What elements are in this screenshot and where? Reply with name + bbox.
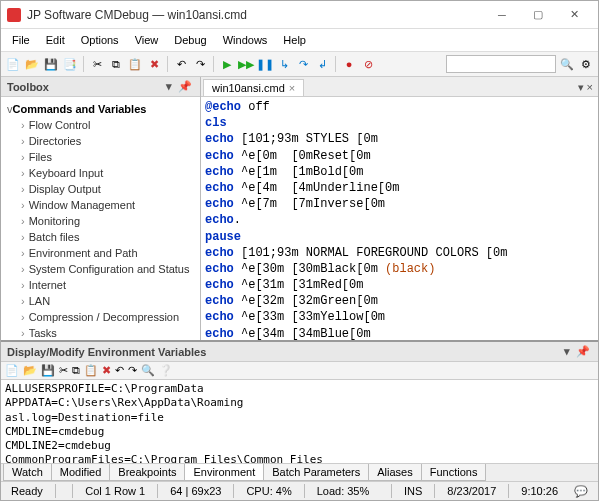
tree-item[interactable]: Tasks xyxy=(3,325,198,340)
panel-dropdown-icon[interactable]: ▾ xyxy=(164,80,174,93)
tree-root[interactable]: Commands and Variables xyxy=(3,101,198,117)
status-cpu: CPU: 4% xyxy=(242,485,295,497)
tree-item[interactable]: Flow Control xyxy=(3,117,198,133)
bottom-tab[interactable]: Modified xyxy=(51,464,111,481)
search-options-icon[interactable]: ⚙ xyxy=(578,56,594,72)
env-copy-icon[interactable]: ⧉ xyxy=(72,364,80,377)
app-icon xyxy=(7,8,21,22)
bottom-tab[interactable]: Watch xyxy=(3,464,52,481)
tab-close-all[interactable]: × xyxy=(587,81,593,94)
tree-item[interactable]: Compression / Decompression xyxy=(3,309,198,325)
panel-pin-icon[interactable]: 📌 xyxy=(176,80,194,93)
step-over-icon[interactable]: ↷ xyxy=(295,56,311,72)
tree-item[interactable]: Internet xyxy=(3,277,198,293)
env-panel: Display/Modify Environment Variables ▾ 📌… xyxy=(1,341,598,481)
bottom-tab[interactable]: Breakpoints xyxy=(109,464,185,481)
env-open-icon[interactable]: 📂 xyxy=(23,364,37,377)
editor-panel: win10ansi.cmd × ▾ × @echo offclsecho [10… xyxy=(201,77,598,340)
toolbox-title: Toolbox ▾ 📌 xyxy=(1,77,200,97)
env-delete-icon[interactable]: ✖ xyxy=(102,364,111,377)
toolbox-title-text: Toolbox xyxy=(7,81,49,93)
menu-file[interactable]: File xyxy=(5,31,37,49)
tab-label: win10ansi.cmd xyxy=(212,82,285,94)
menu-options[interactable]: Options xyxy=(74,31,126,49)
run-to-icon[interactable]: ▶▶ xyxy=(238,56,254,72)
tree-item[interactable]: Environment and Path xyxy=(3,245,198,261)
menu-windows[interactable]: Windows xyxy=(216,31,275,49)
new-file-icon[interactable]: 📄 xyxy=(5,56,21,72)
env-paste-icon[interactable]: 📋 xyxy=(84,364,98,377)
tab-close-icon[interactable]: × xyxy=(289,82,295,94)
separator xyxy=(83,56,84,72)
run-icon[interactable]: ▶ xyxy=(219,56,235,72)
tree-item[interactable]: Directories xyxy=(3,133,198,149)
menu-view[interactable]: View xyxy=(128,31,166,49)
maximize-button[interactable]: ▢ xyxy=(520,3,556,27)
env-redo-icon[interactable]: ↷ xyxy=(128,364,137,377)
breakpoint-icon[interactable]: ● xyxy=(341,56,357,72)
undo-icon[interactable]: ↶ xyxy=(173,56,189,72)
tree-item[interactable]: Keyboard Input xyxy=(3,165,198,181)
bottom-tab[interactable]: Functions xyxy=(421,464,487,481)
delete-icon[interactable]: ✖ xyxy=(146,56,162,72)
menu-help[interactable]: Help xyxy=(276,31,313,49)
toolbox-panel: Toolbox ▾ 📌 Commands and Variables Flow … xyxy=(1,77,201,340)
bottom-tabs: WatchModifiedBreakpointsEnvironmentBatch… xyxy=(1,463,598,481)
tree-item[interactable]: Window Management xyxy=(3,197,198,213)
env-title: Display/Modify Environment Variables ▾ 📌 xyxy=(1,342,598,362)
tree-item[interactable]: System Configuration and Status xyxy=(3,261,198,277)
env-undo-icon[interactable]: ↶ xyxy=(115,364,124,377)
bottom-tab[interactable]: Aliases xyxy=(368,464,421,481)
window-controls: ─ ▢ ✕ xyxy=(484,3,592,27)
paste-icon[interactable]: 📋 xyxy=(127,56,143,72)
bottom-tab[interactable]: Environment xyxy=(184,464,264,481)
code-editor[interactable]: @echo offclsecho [101;93m STYLES [0mecho… xyxy=(201,97,598,340)
pause-icon[interactable]: ❚❚ xyxy=(257,56,273,72)
editor-tabs: win10ansi.cmd × ▾ × xyxy=(201,77,598,97)
tree-item[interactable]: Monitoring xyxy=(3,213,198,229)
tab-nav-dropdown[interactable]: ▾ xyxy=(578,81,584,94)
notification-icon[interactable]: 💬 xyxy=(570,485,592,498)
menu-edit[interactable]: Edit xyxy=(39,31,72,49)
minimize-button[interactable]: ─ xyxy=(484,3,520,27)
step-out-icon[interactable]: ↲ xyxy=(314,56,330,72)
status-time: 9:10:26 xyxy=(517,485,562,497)
bottom-tab[interactable]: Batch Parameters xyxy=(263,464,369,481)
status-mode: INS xyxy=(400,485,426,497)
search-icon[interactable]: 🔍 xyxy=(559,56,575,72)
stop-icon[interactable]: ⊘ xyxy=(360,56,376,72)
search-input[interactable] xyxy=(446,55,556,73)
status-bar: Ready Col 1 Row 1 64 | 69x23 CPU: 4% Loa… xyxy=(1,481,598,500)
save-all-icon[interactable]: 📑 xyxy=(62,56,78,72)
env-save-icon[interactable]: 💾 xyxy=(41,364,55,377)
env-list[interactable]: ALLUSERSPROFILE=C:\ProgramDataAPPDATA=C:… xyxy=(1,380,598,463)
env-title-text: Display/Modify Environment Variables xyxy=(7,346,206,358)
save-icon[interactable]: 💾 xyxy=(43,56,59,72)
copy-icon[interactable]: ⧉ xyxy=(108,56,124,72)
open-icon[interactable]: 📂 xyxy=(24,56,40,72)
menu-bar: File Edit Options View Debug Windows Hel… xyxy=(1,29,598,52)
main-toolbar: 📄 📂 💾 📑 ✂ ⧉ 📋 ✖ ↶ ↷ ▶ ▶▶ ❚❚ ↳ ↷ ↲ ● ⊘ 🔍 … xyxy=(1,52,598,77)
panel-pin-icon[interactable]: 📌 xyxy=(574,345,592,358)
menu-debug[interactable]: Debug xyxy=(167,31,213,49)
env-toolbar: 📄 📂 💾 ✂ ⧉ 📋 ✖ ↶ ↷ 🔍 ❔ xyxy=(1,362,598,380)
env-cut-icon[interactable]: ✂ xyxy=(59,364,68,377)
close-button[interactable]: ✕ xyxy=(556,3,592,27)
tree-item[interactable]: Batch files xyxy=(3,229,198,245)
cut-icon[interactable]: ✂ xyxy=(89,56,105,72)
tree-item[interactable]: LAN xyxy=(3,293,198,309)
step-into-icon[interactable]: ↳ xyxy=(276,56,292,72)
toolbox-tree[interactable]: Commands and Variables Flow ControlDirec… xyxy=(1,97,200,340)
status-size: 64 | 69x23 xyxy=(166,485,225,497)
status-ready: Ready xyxy=(7,485,47,497)
title-bar: JP Software CMDebug — win10ansi.cmd ─ ▢ … xyxy=(1,1,598,29)
tab-win10ansi[interactable]: win10ansi.cmd × xyxy=(203,79,304,96)
env-help-icon[interactable]: ❔ xyxy=(159,364,173,377)
tree-item[interactable]: Files xyxy=(3,149,198,165)
status-pos: Col 1 Row 1 xyxy=(81,485,149,497)
env-new-icon[interactable]: 📄 xyxy=(5,364,19,377)
panel-dropdown-icon[interactable]: ▾ xyxy=(562,345,572,358)
redo-icon[interactable]: ↷ xyxy=(192,56,208,72)
tree-item[interactable]: Display Output xyxy=(3,181,198,197)
env-find-icon[interactable]: 🔍 xyxy=(141,364,155,377)
